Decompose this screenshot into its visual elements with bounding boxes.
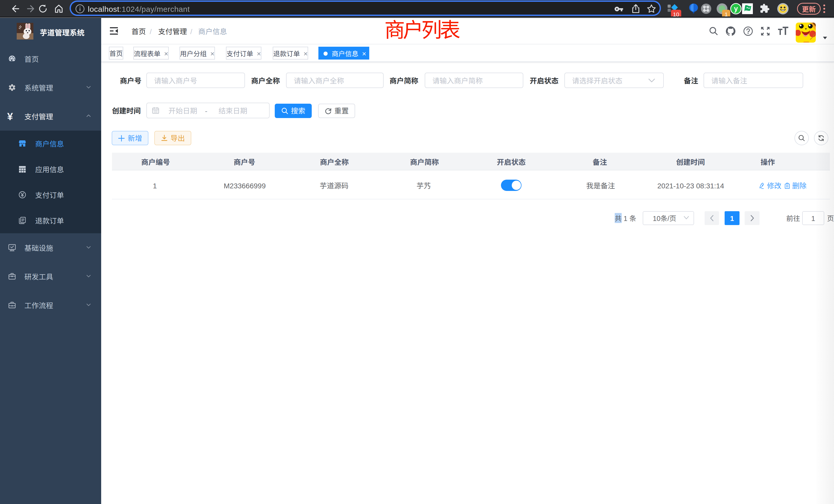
svg-text:y: y [734, 3, 738, 13]
